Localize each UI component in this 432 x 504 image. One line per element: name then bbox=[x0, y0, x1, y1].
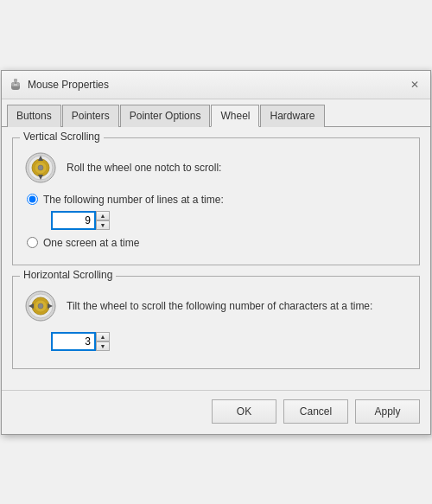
vertical-wheel-icon bbox=[23, 150, 58, 185]
tab-hardware[interactable]: Hardware bbox=[260, 105, 324, 127]
mouse-icon bbox=[9, 78, 22, 92]
chars-decrement-button[interactable]: ▼ bbox=[96, 341, 110, 351]
radio-lines-input[interactable] bbox=[27, 194, 38, 205]
lines-spinner-row: ▲ ▼ bbox=[51, 211, 409, 230]
ok-button[interactable]: OK bbox=[212, 399, 276, 424]
radio-screen-input[interactable] bbox=[27, 237, 38, 248]
lines-increment-button[interactable]: ▲ bbox=[96, 211, 110, 220]
radio-screen-label[interactable]: One screen at a time bbox=[43, 237, 139, 249]
svg-point-16 bbox=[38, 303, 43, 309]
lines-value-input[interactable] bbox=[51, 211, 96, 230]
tab-bar: Buttons Pointers Pointer Options Wheel H… bbox=[2, 99, 430, 127]
svg-rect-3 bbox=[14, 84, 17, 86]
svg-point-9 bbox=[38, 165, 43, 170]
horizontal-wheel-icon bbox=[23, 289, 58, 323]
horizontal-scrolling-content: Tilt the wheel to scroll the following n… bbox=[23, 289, 409, 351]
horizontal-scroll-description: Tilt the wheel to scroll the following n… bbox=[67, 300, 372, 312]
tab-wheel[interactable]: Wheel bbox=[211, 105, 259, 127]
tab-buttons[interactable]: Buttons bbox=[7, 105, 61, 127]
horizontal-scroll-desc: Tilt the wheel to scroll the following n… bbox=[23, 289, 409, 323]
tab-content: Vertical Scrolling bbox=[2, 127, 430, 390]
lines-decrement-button[interactable]: ▼ bbox=[96, 220, 110, 230]
vertical-scrolling-label: Vertical Scrolling bbox=[20, 131, 104, 143]
vertical-scroll-description: Roll the wheel one notch to scroll: bbox=[67, 162, 221, 174]
radio-lines-row: The following number of lines at a time: bbox=[27, 194, 409, 206]
radio-screen-row: One screen at a time bbox=[27, 237, 409, 249]
chars-increment-button[interactable]: ▲ bbox=[96, 332, 110, 341]
mouse-properties-window: Mouse Properties ✕ Buttons Pointers Poin… bbox=[1, 70, 431, 435]
chars-spinner-row: ▲ ▼ bbox=[51, 332, 409, 351]
chars-value-input[interactable] bbox=[51, 332, 96, 351]
bottom-button-bar: OK Cancel Apply bbox=[2, 390, 430, 434]
cancel-button[interactable]: Cancel bbox=[283, 399, 348, 424]
vertical-scroll-desc: Roll the wheel one notch to scroll: bbox=[23, 150, 409, 185]
title-bar-left: Mouse Properties bbox=[9, 78, 109, 92]
window-title: Mouse Properties bbox=[28, 79, 109, 91]
close-button[interactable]: ✕ bbox=[406, 76, 423, 93]
vertical-scrolling-content: Roll the wheel one notch to scroll: The … bbox=[23, 150, 409, 249]
lines-spinner-buttons: ▲ ▼ bbox=[96, 211, 110, 230]
chars-spinner-buttons: ▲ ▼ bbox=[96, 332, 110, 351]
svg-rect-4 bbox=[14, 79, 17, 82]
tab-pointer-options[interactable]: Pointer Options bbox=[120, 105, 211, 127]
title-bar: Mouse Properties ✕ bbox=[2, 71, 430, 99]
radio-lines-label[interactable]: The following number of lines at a time: bbox=[43, 194, 224, 206]
tab-pointers[interactable]: Pointers bbox=[62, 105, 119, 127]
horizontal-scrolling-group: Horizontal Scrolling Tilt the wheel t bbox=[12, 276, 420, 369]
apply-button[interactable]: Apply bbox=[355, 399, 420, 424]
horizontal-scrolling-label: Horizontal Scrolling bbox=[20, 269, 116, 281]
vertical-scrolling-group: Vertical Scrolling bbox=[12, 137, 420, 265]
